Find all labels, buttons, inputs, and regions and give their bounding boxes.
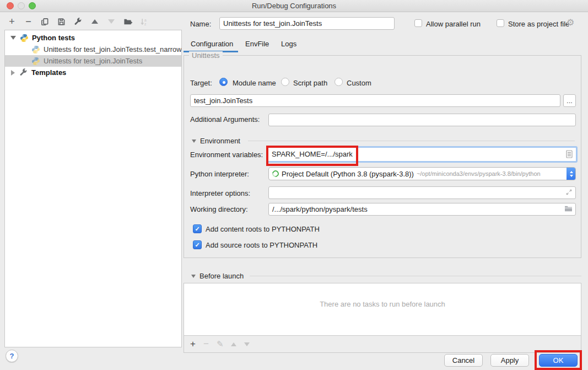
tree-item-python-tests[interactable]: Python tests	[5, 32, 181, 44]
ok-button-area: OK	[539, 354, 578, 367]
sort-alphabetically-icon: az	[139, 17, 149, 26]
environment-collapse-icon[interactable]	[192, 140, 196, 143]
apply-button[interactable]: Apply	[490, 354, 529, 367]
radio-custom[interactable]	[335, 78, 343, 86]
section-divider	[250, 276, 581, 276]
remove-icon[interactable]: −	[24, 17, 33, 26]
before-launch-task-list: There are no tasks to run before launch …	[184, 283, 581, 353]
before-launch-toolbar: + −	[184, 335, 581, 352]
additional-arguments-label: Additional Arguments:	[190, 115, 260, 124]
move-up-icon	[231, 342, 236, 346]
tree-item-label: Python tests	[32, 34, 75, 42]
python-icon	[31, 45, 40, 54]
tree-item-unittest-jointests[interactable]: Unittests for test_join.JoinTests	[5, 55, 181, 67]
add-content-roots-checkbox[interactable]	[193, 224, 202, 233]
name-input[interactable]: Unittests for test_join.JoinTests	[219, 17, 395, 30]
environment-section-label: Environment	[200, 137, 240, 145]
working-directory-input[interactable]: /.../spark/python/pyspark/tests	[268, 203, 576, 216]
before-launch-collapse-icon[interactable]	[191, 275, 196, 278]
working-directory-label: Working directory:	[190, 205, 248, 213]
additional-arguments-input[interactable]	[268, 114, 576, 126]
allow-parallel-run-checkbox[interactable]	[414, 19, 422, 27]
allow-parallel-run-label: Allow parallel run	[426, 20, 481, 28]
radio-module-name[interactable]	[219, 78, 228, 86]
window-controls	[7, 2, 36, 9]
tree-item-templates[interactable]: Templates	[5, 67, 181, 78]
configuration-panel: Name: Unittests for test_join.JoinTests …	[184, 15, 582, 353]
name-value: Unittests for test_join.JoinTests	[223, 19, 322, 28]
python-interpreter-label: Python interpreter:	[190, 170, 249, 178]
copy-icon[interactable]	[40, 17, 50, 26]
zoom-window-button[interactable]	[29, 2, 36, 9]
python-interpreter-path: ~/opt/miniconda3/envs/pyspark-3.8/bin/py…	[417, 170, 541, 177]
tree-item-label: Templates	[31, 68, 66, 77]
expand-icon[interactable]	[565, 189, 573, 196]
title-bar: Run/Debug Configurations	[0, 0, 588, 12]
browse-button[interactable]: ...	[563, 94, 576, 107]
remove-icon: −	[203, 340, 209, 348]
unittests-group-title: Unittests	[189, 51, 223, 60]
help-button[interactable]: ?	[6, 350, 18, 362]
radio-module-name-label: Module name	[233, 79, 276, 87]
tab-configuration[interactable]: Configuration	[191, 40, 233, 48]
window-title: Run/Debug Configurations	[252, 2, 336, 10]
cancel-button[interactable]: Cancel	[444, 354, 483, 367]
tab-envfile[interactable]: EnvFile	[245, 40, 269, 48]
python-interpreter-value: Project Default (Python 3.8 (pyspark-3.8…	[282, 170, 414, 178]
unittests-group: Unittests Target: Module name Script pat…	[184, 55, 581, 258]
add-content-roots-label: Add content roots to PYTHONPATH	[206, 225, 320, 233]
add-icon[interactable]: +	[7, 17, 17, 26]
environment-variables-label: Environment variables:	[190, 151, 263, 159]
tree-item-label: Unittests for test_join.JoinTests.test_n…	[44, 45, 181, 53]
paste-icon[interactable]	[566, 150, 573, 158]
tab-logs[interactable]: Logs	[281, 40, 296, 48]
conda-icon	[271, 169, 280, 179]
name-label: Name:	[190, 20, 211, 28]
ok-button[interactable]: OK	[539, 354, 578, 367]
minimize-window-button[interactable]	[18, 2, 25, 9]
radio-script-path[interactable]	[281, 78, 289, 86]
move-down-icon	[244, 342, 250, 346]
new-folder-icon[interactable]	[123, 17, 132, 26]
chevron-up-down-icon[interactable]	[567, 167, 576, 180]
working-directory-value: /.../spark/python/pyspark/tests	[272, 205, 368, 213]
before-launch-section-label: Before launch	[199, 272, 244, 280]
configurations-toolbar: + − az	[7, 17, 149, 26]
before-launch-empty-text: There are no tasks to run before launch	[184, 300, 581, 308]
python-interpreter-select[interactable]: Project Default (Python 3.8 (pyspark-3.8…	[268, 167, 576, 180]
chevron-collapsed-icon[interactable]	[11, 70, 15, 76]
python-icon	[20, 34, 29, 42]
edit-templates-icon[interactable]	[73, 17, 83, 26]
module-name-input[interactable]: test_join.JoinTests	[190, 94, 560, 107]
section-divider	[248, 141, 575, 141]
add-source-roots-label: Add source roots to PYTHONPATH	[206, 241, 317, 249]
close-window-button[interactable]	[7, 2, 14, 9]
save-icon[interactable]	[57, 17, 66, 26]
move-down-icon	[106, 17, 116, 26]
svg-text:a: a	[144, 18, 147, 22]
store-as-project-file-checkbox[interactable]	[497, 19, 504, 27]
store-as-project-file-label: Store as project file	[508, 20, 569, 28]
chevron-expanded-icon[interactable]	[10, 36, 16, 40]
folder-icon[interactable]	[564, 205, 573, 212]
target-label: Target:	[190, 79, 212, 87]
tree-item-unittest-narrow[interactable]: Unittests for test_join.JoinTests.test_n…	[5, 44, 181, 55]
move-up-icon[interactable]	[90, 17, 99, 26]
module-name-value: test_join.JoinTests	[194, 96, 252, 105]
radio-script-path-label: Script path	[293, 79, 327, 87]
wrench-icon	[19, 68, 28, 77]
add-icon[interactable]: +	[190, 340, 196, 348]
radio-custom-label: Custom	[347, 79, 371, 87]
add-source-roots-checkbox[interactable]	[193, 240, 202, 249]
svg-text:z: z	[144, 22, 146, 26]
configurations-tree: Python tests Unittests for test_join.Joi…	[4, 30, 182, 347]
interpreter-options-label: Interpreter options:	[190, 189, 250, 197]
interpreter-options-input[interactable]	[268, 186, 576, 199]
environment-variables-value: SPARK_HOME=/.../spark	[272, 149, 353, 160]
edit-icon	[217, 339, 224, 349]
tree-item-label: Unittests for test_join.JoinTests	[44, 57, 142, 65]
environment-variables-input[interactable]: SPARK_HOME=/.../spark	[267, 146, 578, 163]
python-icon	[31, 57, 40, 66]
gear-icon[interactable]	[567, 17, 574, 28]
